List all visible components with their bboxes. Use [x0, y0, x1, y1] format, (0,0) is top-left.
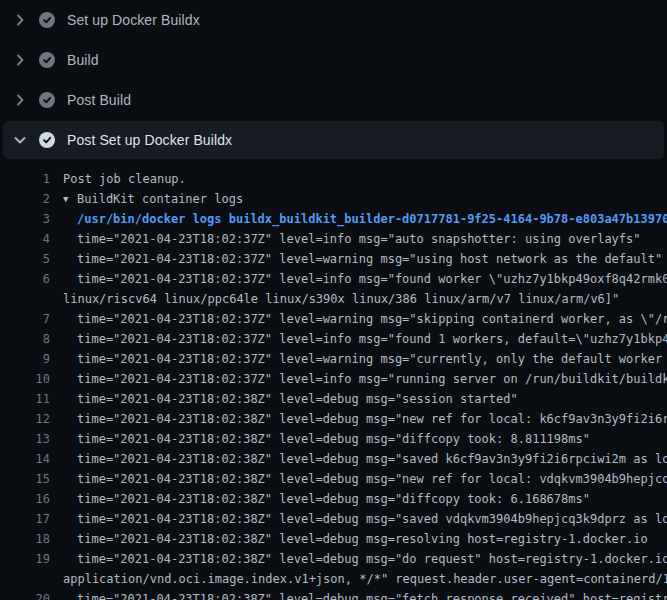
log-line: 6time="2021-04-23T18:02:37Z" level=info … — [0, 269, 667, 289]
log-line: 9time="2021-04-23T18:02:37Z" level=warni… — [0, 349, 667, 369]
log-text: time="2021-04-23T18:02:37Z" level=info m… — [77, 269, 667, 289]
success-check-icon — [39, 132, 55, 148]
triangle-down-icon: ▼ — [63, 189, 77, 209]
log-line-number[interactable]: 8 — [0, 329, 50, 349]
log-line: 19time="2021-04-23T18:02:38Z" level=debu… — [0, 549, 667, 569]
log-text: time="2021-04-23T18:02:38Z" level=debug … — [77, 589, 667, 600]
log-line: 7time="2021-04-23T18:02:37Z" level=warni… — [0, 309, 667, 329]
log-line: 18time="2021-04-23T18:02:38Z" level=debu… — [0, 529, 667, 549]
log-command-text: /usr/bin/docker logs buildx_buildkit_bui… — [77, 209, 667, 229]
log-line: 4time="2021-04-23T18:02:37Z" level=info … — [0, 229, 667, 249]
chevron-right-icon — [12, 52, 28, 68]
log-text: time="2021-04-23T18:02:38Z" level=debug … — [77, 529, 648, 549]
log-line-number[interactable]: 1 — [0, 169, 50, 189]
chevron-down-icon — [12, 132, 28, 148]
log-text: Post job cleanup. — [63, 169, 186, 189]
log-line: 1Post job cleanup. — [0, 169, 667, 189]
log-text: time="2021-04-23T18:02:37Z" level=info m… — [77, 329, 667, 349]
log-text: time="2021-04-23T18:02:38Z" level=debug … — [77, 509, 667, 529]
log-line: 10time="2021-04-23T18:02:37Z" level=info… — [0, 369, 667, 389]
log-line-number[interactable]: 5 — [0, 249, 50, 269]
log-line-number[interactable]: 19 — [0, 549, 50, 569]
step-label: Post Build — [67, 92, 131, 108]
log-text: time="2021-04-23T18:02:38Z" level=debug … — [77, 549, 667, 569]
log-line-number[interactable]: 2 — [0, 189, 50, 209]
log-line-number[interactable]: 15 — [0, 469, 50, 489]
step-header-post-set-up-docker-buildx[interactable]: Post Set up Docker Buildx — [3, 121, 664, 159]
log-text: time="2021-04-23T18:02:38Z" level=debug … — [77, 429, 590, 449]
log-line-number[interactable]: 10 — [0, 369, 50, 389]
step-header-post-build[interactable]: Post Build — [0, 80, 667, 120]
log-text: time="2021-04-23T18:02:38Z" level=debug … — [77, 389, 518, 409]
chevron-right-icon — [12, 12, 28, 28]
chevron-right-icon — [12, 92, 28, 108]
step-label: Post Set up Docker Buildx — [67, 132, 232, 148]
log-line: 12time="2021-04-23T18:02:38Z" level=debu… — [0, 409, 667, 429]
step-header-set-up-docker-buildx[interactable]: Set up Docker Buildx — [0, 0, 667, 40]
log-line-number[interactable]: 14 — [0, 449, 50, 469]
success-check-icon — [39, 92, 55, 108]
log-line-number[interactable]: 7 — [0, 309, 50, 329]
log-text: time="2021-04-23T18:02:37Z" level=warnin… — [77, 309, 667, 329]
log-line-number[interactable]: 16 — [0, 489, 50, 509]
log-line-number[interactable]: 11 — [0, 389, 50, 409]
log-text: time="2021-04-23T18:02:37Z" level=info m… — [77, 369, 667, 389]
log-text: time="2021-04-23T18:02:37Z" level=warnin… — [77, 349, 667, 369]
log-line: 20time="2021-04-23T18:02:38Z" level=debu… — [0, 589, 667, 600]
steps-list: Set up Docker BuildxBuildPost BuildPost … — [0, 0, 667, 159]
log-line: 15time="2021-04-23T18:02:38Z" level=debu… — [0, 469, 667, 489]
step-label: Set up Docker Buildx — [67, 12, 200, 28]
log-line-number[interactable]: 9 — [0, 349, 50, 369]
log-line: 11time="2021-04-23T18:02:38Z" level=debu… — [0, 389, 667, 409]
log-line: 14time="2021-04-23T18:02:38Z" level=debu… — [0, 449, 667, 469]
success-check-icon — [39, 52, 55, 68]
log-line-continuation: linux/riscv64 linux/ppc64le linux/s390x … — [0, 289, 667, 309]
log-line-number[interactable]: 20 — [0, 589, 50, 600]
log-line: 2▼BuildKit container logs — [0, 189, 667, 209]
success-check-icon — [39, 12, 55, 28]
log-line-number[interactable]: 12 — [0, 409, 50, 429]
log-line-number[interactable]: 4 — [0, 229, 50, 249]
log-line-number — [0, 569, 50, 589]
log-line: 5time="2021-04-23T18:02:37Z" level=warni… — [0, 249, 667, 269]
log-group-label: BuildKit container logs — [77, 192, 243, 206]
log-text: time="2021-04-23T18:02:38Z" level=debug … — [77, 469, 667, 489]
log-area: 1Post job cleanup.2▼BuildKit container l… — [0, 160, 667, 600]
log-text: time="2021-04-23T18:02:37Z" level=warnin… — [77, 249, 662, 269]
log-text: time="2021-04-23T18:02:38Z" level=debug … — [77, 409, 667, 429]
log-line: 16time="2021-04-23T18:02:38Z" level=debu… — [0, 489, 667, 509]
log-line-number[interactable]: 6 — [0, 269, 50, 289]
log-line-number[interactable]: 3 — [0, 209, 50, 229]
log-line-number[interactable]: 18 — [0, 529, 50, 549]
log-line-continuation: application/vnd.oci.image.index.v1+json,… — [0, 569, 667, 589]
log-text: time="2021-04-23T18:02:38Z" level=debug … — [77, 449, 667, 469]
log-group-toggle[interactable]: ▼BuildKit container logs — [63, 189, 243, 209]
step-header-build[interactable]: Build — [0, 40, 667, 80]
log-line-number[interactable]: 17 — [0, 509, 50, 529]
log-line: 13time="2021-04-23T18:02:38Z" level=debu… — [0, 429, 667, 449]
log-line-number[interactable]: 13 — [0, 429, 50, 449]
log-text: application/vnd.oci.image.index.v1+json,… — [63, 569, 667, 589]
log-line: 3/usr/bin/docker logs buildx_buildkit_bu… — [0, 209, 667, 229]
log-text: time="2021-04-23T18:02:38Z" level=debug … — [77, 489, 590, 509]
step-label: Build — [67, 52, 99, 68]
log-line: 8time="2021-04-23T18:02:37Z" level=info … — [0, 329, 667, 349]
log-line-number — [0, 289, 50, 309]
log-line: 17time="2021-04-23T18:02:38Z" level=debu… — [0, 509, 667, 529]
log-text: time="2021-04-23T18:02:37Z" level=info m… — [77, 229, 641, 249]
log-text: linux/riscv64 linux/ppc64le linux/s390x … — [63, 289, 619, 309]
